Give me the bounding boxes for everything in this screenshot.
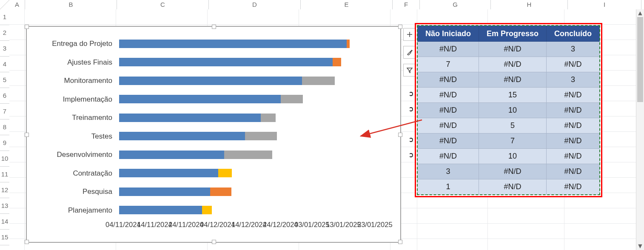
cell-G13[interactable] bbox=[417, 193, 488, 208]
table-cell[interactable]: #N/D bbox=[547, 179, 600, 195]
table-row[interactable]: #N/D#N/D3 bbox=[418, 72, 600, 88]
row-header-12[interactable]: 12 bbox=[0, 182, 9, 198]
grid-select-all-corner[interactable] bbox=[0, 0, 10, 10]
table-header[interactable]: Em Progresso bbox=[479, 26, 547, 42]
chart-handle-n[interactable] bbox=[212, 25, 216, 29]
row-header-11[interactable]: 11 bbox=[0, 167, 9, 182]
column-header-C[interactable]: C bbox=[117, 0, 209, 9]
table-cell[interactable]: 7 bbox=[479, 134, 547, 149]
chart-tool-add-element[interactable] bbox=[403, 28, 416, 41]
chart-bar-row[interactable]: Implementação bbox=[38, 90, 389, 109]
row-header-8[interactable]: 8 bbox=[0, 119, 9, 135]
table-cell[interactable]: 3 bbox=[418, 164, 479, 179]
chart-bar-row[interactable]: Desenvolvimento bbox=[38, 145, 389, 164]
cell-A11[interactable] bbox=[9, 162, 25, 178]
cell-H14[interactable] bbox=[488, 208, 564, 224]
table-row[interactable]: 7#N/D#N/D bbox=[418, 57, 600, 72]
table-header[interactable]: Não Iniciado bbox=[418, 26, 479, 42]
cell-H15[interactable] bbox=[488, 224, 564, 239]
chart-bar-row[interactable]: Pesquisa bbox=[38, 182, 389, 201]
chart-bar-row[interactable]: Planejamento bbox=[38, 201, 389, 220]
cell-F1[interactable] bbox=[390, 9, 417, 25]
table-cell[interactable]: 10 bbox=[479, 149, 547, 164]
table-cell[interactable]: #N/D bbox=[479, 164, 547, 179]
cell-A9[interactable] bbox=[9, 132, 25, 147]
cell-B1[interactable] bbox=[25, 9, 116, 25]
column-header-E[interactable]: E bbox=[301, 0, 393, 9]
table-cell[interactable]: #N/D bbox=[479, 72, 547, 88]
cell-A16[interactable] bbox=[9, 239, 25, 250]
table-row[interactable]: #N/D#N/D3 bbox=[418, 42, 600, 57]
row-header-10[interactable]: 10 bbox=[0, 151, 9, 167]
cell-I1[interactable] bbox=[564, 9, 638, 25]
table-cell[interactable]: #N/D bbox=[547, 118, 600, 134]
table-cell[interactable]: #N/D bbox=[418, 118, 479, 134]
cell-A6[interactable] bbox=[9, 86, 25, 101]
cell-A2[interactable] bbox=[9, 25, 25, 40]
vertical-scrollbar[interactable]: ▲ ▼ bbox=[636, 9, 644, 250]
table-cell[interactable]: #N/D bbox=[479, 42, 547, 57]
table-row[interactable]: #N/D10#N/D bbox=[418, 103, 600, 118]
chart-bar-row[interactable]: Treinamento bbox=[38, 108, 389, 127]
column-header-D[interactable]: D bbox=[209, 0, 301, 9]
table-cell[interactable]: 7 bbox=[418, 57, 479, 72]
table-row[interactable]: 1#N/D#N/D bbox=[418, 179, 600, 195]
cell-D1[interactable] bbox=[208, 9, 299, 25]
row-header-14[interactable]: 14 bbox=[0, 214, 9, 230]
row-header-9[interactable]: 9 bbox=[0, 135, 9, 151]
cell-A7[interactable] bbox=[9, 101, 25, 116]
row-header-4[interactable]: 4 bbox=[0, 57, 9, 72]
column-header-B[interactable]: B bbox=[25, 0, 117, 9]
row-header-2[interactable]: 2 bbox=[0, 25, 9, 41]
table-cell[interactable]: 3 bbox=[547, 42, 600, 57]
cell-E1[interactable] bbox=[299, 9, 390, 25]
cell-I15[interactable] bbox=[564, 224, 638, 239]
row-header-3[interactable]: 3 bbox=[0, 41, 9, 57]
row-header-7[interactable]: 7 bbox=[0, 104, 9, 119]
chart-handle-se[interactable] bbox=[398, 240, 402, 244]
table-cell[interactable]: #N/D bbox=[418, 103, 479, 118]
cell-I13[interactable] bbox=[564, 193, 638, 208]
table-cell[interactable]: 5 bbox=[479, 118, 547, 134]
table-header[interactable]: Concluído bbox=[547, 26, 600, 42]
table-row[interactable]: #N/D15#N/D bbox=[418, 88, 600, 103]
table-cell[interactable]: #N/D bbox=[479, 57, 547, 72]
chart-handle-e[interactable] bbox=[398, 133, 402, 137]
table-cell[interactable]: #N/D bbox=[418, 149, 479, 164]
table-cell[interactable]: #N/D bbox=[547, 57, 600, 72]
table-cell[interactable]: #N/D bbox=[418, 134, 479, 149]
scroll-down-icon[interactable]: ▼ bbox=[636, 242, 644, 250]
cell-A13[interactable] bbox=[9, 193, 25, 208]
chart-bar-row[interactable]: Testes bbox=[38, 127, 389, 146]
table-row[interactable]: #N/D5#N/D bbox=[418, 118, 600, 134]
cell-G16[interactable] bbox=[417, 239, 488, 250]
cell-A4[interactable] bbox=[9, 55, 25, 71]
cell-A3[interactable] bbox=[9, 40, 25, 55]
cell-H13[interactable] bbox=[488, 193, 564, 208]
cell-H16[interactable] bbox=[488, 239, 564, 250]
scroll-up-icon[interactable]: ▲ bbox=[636, 9, 644, 17]
column-header-F[interactable]: F bbox=[393, 0, 420, 9]
table-cell[interactable]: #N/D bbox=[547, 164, 600, 179]
table-row[interactable]: 3#N/D#N/D bbox=[418, 164, 600, 179]
table-cell[interactable]: #N/D bbox=[418, 42, 479, 57]
chart-tool-filter[interactable] bbox=[403, 64, 416, 77]
chart-handle-ne[interactable] bbox=[398, 25, 402, 29]
chart-bar-row[interactable]: Entrega do Projeto bbox=[38, 34, 389, 53]
chart-handle-sw[interactable] bbox=[25, 240, 29, 244]
cell-A10[interactable] bbox=[9, 147, 25, 162]
table-cell[interactable]: 3 bbox=[547, 72, 600, 88]
table-cell[interactable]: #N/D bbox=[418, 88, 479, 103]
table-row[interactable]: #N/D7#N/D bbox=[418, 134, 600, 149]
chart-bar-row[interactable]: Contratação bbox=[38, 164, 389, 183]
cell-A5[interactable] bbox=[9, 71, 25, 86]
table-cell[interactable]: #N/D bbox=[547, 134, 600, 149]
table-cell[interactable]: #N/D bbox=[479, 179, 547, 195]
status-duration-table[interactable]: Não IniciadoEm ProgressoConcluído#N/D#N/… bbox=[417, 26, 600, 195]
cell-G14[interactable] bbox=[417, 208, 488, 224]
cell-A8[interactable] bbox=[9, 116, 25, 132]
table-cell[interactable]: 1 bbox=[418, 179, 479, 195]
cell-I14[interactable] bbox=[564, 208, 638, 224]
table-row[interactable]: #N/D10#N/D bbox=[418, 149, 600, 164]
cell-A14[interactable] bbox=[9, 208, 25, 224]
